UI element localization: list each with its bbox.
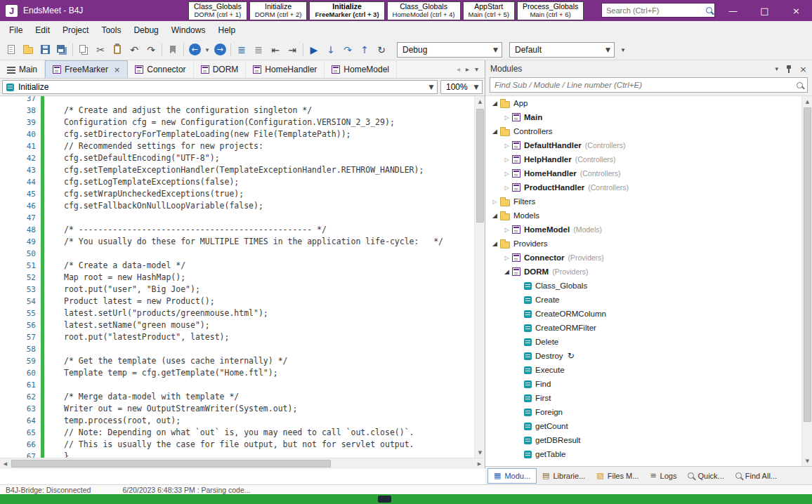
line-number[interactable]: 46 (0, 200, 41, 212)
code-editor[interactable]: 3738/* Create and adjust the configurati… (0, 96, 485, 458)
panel-tab-find-all[interactable]: Find All... (730, 468, 782, 484)
file-tab-freemarker[interactable]: FreeMarker× (45, 60, 128, 78)
code-line[interactable]: 40cfg.setDirectoryForTemplateLoading(new… (0, 128, 474, 140)
code-line[interactable]: 65// Note: Depending on what `out` is, y… (0, 427, 474, 439)
code-line[interactable]: 58 (0, 343, 474, 355)
quick-tab-appstart-main-ctrl-5[interactable]: AppStartMain (ctrl + 5) (463, 1, 515, 20)
save-all-icon[interactable] (53, 41, 70, 58)
title-bar[interactable]: J EndsMeet - B4J Class_GlobalsDORM (ctrl… (0, 0, 812, 21)
code-line[interactable]: 51/* Create a data-model */ (0, 260, 474, 272)
zoom-combo[interactable]: 100% ▼ (440, 80, 483, 94)
line-number[interactable]: 58 (0, 343, 41, 355)
scroll-right-icon[interactable]: ▶ (474, 458, 485, 470)
menu-project[interactable]: Project (56, 21, 95, 39)
code-line[interactable]: 57root.put("latestProduct", latest); (0, 331, 474, 343)
tree-expander-icon[interactable]: ▷ (502, 185, 512, 191)
line-number[interactable]: 50 (0, 248, 41, 260)
code-line[interactable]: 61 (0, 379, 474, 391)
tree-item-connector[interactable]: ▷Connector(Providers) (485, 251, 812, 265)
line-number[interactable]: 51 (0, 260, 41, 272)
menu-tools[interactable]: Tools (95, 21, 127, 39)
bookmark-icon[interactable] (164, 41, 181, 58)
tab-scroll-left-icon[interactable]: ◂ (457, 65, 460, 73)
code-line[interactable]: 56latest.setName("green mouse"); (0, 319, 474, 331)
new-module-icon[interactable] (3, 41, 20, 58)
code-line[interactable]: 42cfg.setDefaultEncoding("UTF-8"); (0, 152, 474, 164)
line-number[interactable]: 60 (0, 367, 41, 379)
tree-item-gettable[interactable]: getTable (485, 447, 812, 461)
file-tab-dorm[interactable]: DORM (194, 60, 247, 78)
tree-item-execute[interactable]: Execute (485, 363, 812, 377)
modules-search-box[interactable] (490, 77, 808, 93)
line-number[interactable]: 61 (0, 379, 41, 391)
scroll-down-icon[interactable]: ▼ (802, 456, 812, 466)
code-line[interactable]: 38/* Create and adjust the configuration… (0, 105, 474, 117)
line-number[interactable]: 39 (0, 117, 41, 128)
code-line[interactable]: 44cfg.setLogTemplateExceptions(false); (0, 176, 474, 188)
file-tab-homemodel[interactable]: HomeModel (325, 60, 397, 78)
tree-item-createormcolumn[interactable]: CreateORMColumn (485, 307, 812, 321)
tree-expander-icon[interactable]: ◢ (490, 240, 500, 247)
editor-vscroll-thumb[interactable] (476, 109, 484, 223)
cut-icon[interactable]: ✂ (92, 41, 109, 58)
tree-item-producthandler[interactable]: ▷ProductHandler(Controllers) (485, 180, 812, 194)
global-search-box[interactable] (601, 3, 715, 18)
line-number[interactable]: 44 (0, 176, 41, 188)
outdent-icon[interactable]: ⇤ (267, 41, 284, 58)
code-line[interactable]: 62/* Merge data-model with template */ (0, 391, 474, 403)
editor-horizontal-scrollbar[interactable]: ◀ ▶ (0, 458, 485, 469)
code-line[interactable]: 52Map root = new HashMap(); (0, 272, 474, 284)
code-line[interactable]: 37 (0, 96, 474, 105)
line-number[interactable]: 65 (0, 427, 41, 439)
quick-tab-process-globals-main-ctrl-6[interactable]: Process_GlobalsMain (ctrl + 6) (517, 1, 584, 20)
modules-search-input[interactable] (495, 81, 797, 89)
code-line[interactable]: 64temp.process(root, out); (0, 415, 474, 427)
tree-item-destroy[interactable]: Destroy↻ (485, 349, 812, 363)
line-number[interactable]: 38 (0, 105, 41, 117)
navigate-forward-icon[interactable]: → (211, 41, 228, 58)
code-line[interactable]: 50 (0, 248, 474, 260)
line-number[interactable]: 55 (0, 307, 41, 319)
global-search-input[interactable] (606, 6, 706, 15)
tab-scroll-right-icon[interactable]: ▸ (466, 65, 469, 73)
tree-item-defaulthandler[interactable]: ▷DefaultHandler(Controllers) (485, 138, 812, 152)
build-configuration-combo[interactable]: Default ▼ (509, 42, 615, 58)
current-sub-combo[interactable]: Initialize ▼ (2, 80, 438, 94)
step-out-icon[interactable]: ↑ (356, 41, 373, 58)
tree-expander-icon[interactable]: ◢ (502, 268, 512, 275)
tree-item-createormfilter[interactable]: CreateORMFilter (485, 321, 812, 335)
chevron-down-icon[interactable]: ▾ (775, 65, 779, 72)
line-number[interactable]: 42 (0, 152, 41, 164)
code-line[interactable]: 48/* -----------------------------------… (0, 224, 474, 236)
menu-file[interactable]: File (3, 21, 29, 39)
restart-icon[interactable]: ↻ (373, 41, 390, 58)
tree-item-foreign[interactable]: Foreign (485, 405, 812, 419)
code-line[interactable]: 67} (0, 451, 474, 458)
quick-tab-initialize-freemarker-ctrl-3[interactable]: InitializeFreeMarker (ctrl + 3) (309, 1, 384, 20)
panel-tab-logs[interactable]: ≡Logs (644, 468, 682, 484)
tab-list-icon[interactable]: ▾ (475, 65, 478, 73)
line-number[interactable]: 49 (0, 236, 41, 248)
file-tab-homehandler[interactable]: HomeHandler (246, 60, 325, 78)
editor-vertical-scrollbar[interactable]: ▲ ▼ (474, 96, 485, 458)
line-number[interactable]: 67 (0, 451, 41, 458)
maximize-button[interactable]: □ (749, 0, 780, 21)
quick-tab-class-globals-homemodel-ctrl-4[interactable]: Class_GlobalsHomeModel (ctrl + 4) (387, 1, 461, 20)
tree-item-find[interactable]: Find (485, 377, 812, 391)
line-number[interactable]: 47 (0, 212, 41, 224)
redo-icon[interactable]: ↷ (143, 41, 159, 58)
navigate-back-icon[interactable]: ← (186, 41, 203, 58)
scroll-left-icon[interactable]: ◀ (0, 458, 11, 470)
close-button[interactable]: × (780, 0, 812, 21)
tree-expander-icon[interactable]: ▷ (502, 142, 512, 149)
line-number[interactable]: 59 (0, 355, 41, 367)
minimize-button[interactable]: — (717, 0, 749, 21)
tree-expander-icon[interactable]: ▷ (502, 227, 512, 233)
save-icon[interactable] (37, 41, 53, 58)
tree-expander-icon[interactable]: ▷ (502, 114, 512, 121)
file-tab-main[interactable]: Main (0, 60, 45, 78)
tree-expander-icon[interactable]: ◢ (490, 100, 500, 107)
pin-icon[interactable] (785, 65, 792, 73)
menu-help[interactable]: Help (211, 21, 242, 39)
line-number[interactable]: 57 (0, 331, 41, 343)
